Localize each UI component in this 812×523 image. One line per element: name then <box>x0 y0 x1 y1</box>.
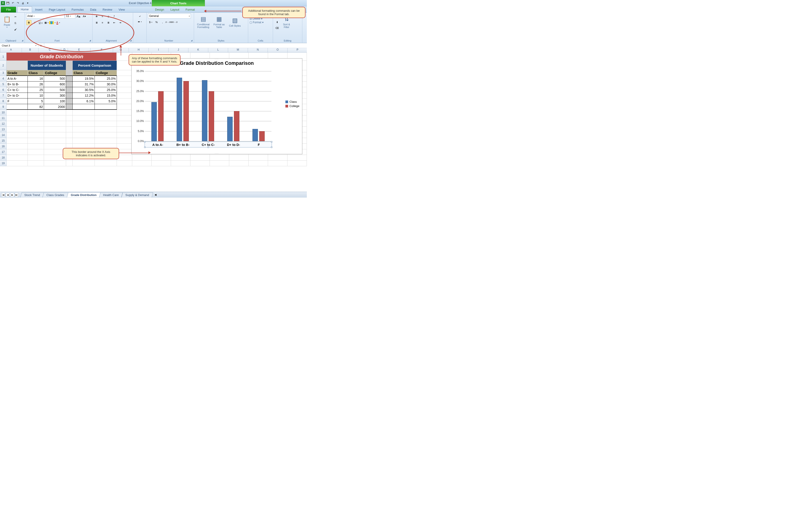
tab-review[interactable]: Review <box>99 7 115 13</box>
fill-color-button[interactable]: 🪣▾ <box>50 20 55 25</box>
cell[interactable]: Percent Comparison <box>73 61 117 70</box>
cell[interactable]: 25.0% <box>95 76 117 82</box>
row-header[interactable]: 7 <box>0 93 6 98</box>
cell[interactable] <box>66 138 73 144</box>
bar-class[interactable] <box>177 78 182 141</box>
cell[interactable] <box>249 155 268 161</box>
tab-page-layout[interactable]: Page Layout <box>45 7 68 13</box>
shrink-font-icon[interactable]: A▾ <box>82 14 87 19</box>
column-header[interactable]: E <box>68 48 91 52</box>
grow-font-icon[interactable]: A▴ <box>76 14 81 19</box>
italic-button[interactable]: I <box>32 20 37 25</box>
tab-nav-next-icon[interactable]: ▶ <box>10 193 14 197</box>
bar-class[interactable] <box>227 117 233 141</box>
column-header[interactable]: C <box>39 48 61 52</box>
cell[interactable]: 500 <box>44 76 66 82</box>
cell[interactable] <box>287 155 307 161</box>
chart-drag-handle-bottom[interactable]: ∙∙∙∙ <box>215 152 219 155</box>
cell[interactable] <box>132 161 152 166</box>
x-axis-category-label[interactable]: F <box>258 143 260 147</box>
tab-scroll-left-icon[interactable]: ◀ <box>154 193 159 197</box>
cell[interactable] <box>6 132 28 138</box>
tab-chart-layout[interactable]: Layout <box>167 7 182 13</box>
cell[interactable] <box>6 115 28 121</box>
cell[interactable] <box>44 110 66 115</box>
clipboard-launcher-icon[interactable]: ◢ <box>20 39 23 41</box>
cell[interactable] <box>190 155 210 161</box>
cell[interactable] <box>117 132 132 138</box>
format-painter-icon[interactable]: 🖌 <box>13 27 18 32</box>
qat-dropdown-icon[interactable]: ▾ <box>26 1 30 5</box>
cell[interactable] <box>6 110 28 115</box>
tab-chart-format[interactable]: Format <box>183 7 198 13</box>
row-header[interactable]: 8 <box>0 98 6 104</box>
cell[interactable] <box>95 127 117 132</box>
name-box[interactable]: Chart 3▾ <box>0 44 38 47</box>
align-left-icon[interactable]: ≣ <box>94 20 99 25</box>
column-header[interactable]: M <box>228 48 248 52</box>
sheet-tab[interactable]: Supply & Demand <box>121 193 153 197</box>
cell[interactable] <box>6 144 28 149</box>
cell[interactable] <box>152 155 171 161</box>
cell[interactable] <box>132 155 152 161</box>
cell[interactable] <box>6 121 28 127</box>
cell[interactable]: 600 <box>44 82 66 87</box>
cell[interactable]: 6.1% <box>73 98 95 104</box>
cell[interactable] <box>117 70 132 76</box>
cell[interactable] <box>95 132 117 138</box>
cell[interactable] <box>66 82 73 87</box>
cell[interactable] <box>117 127 132 132</box>
bar-college[interactable] <box>158 91 164 141</box>
cell[interactable] <box>73 121 95 127</box>
font-launcher-icon[interactable]: ◢ <box>88 39 91 41</box>
cell[interactable] <box>73 127 95 132</box>
cell[interactable] <box>66 70 73 76</box>
cell[interactable] <box>73 132 95 138</box>
cell[interactable] <box>117 76 132 82</box>
merge-center-icon[interactable]: ⬌▾ <box>135 19 145 24</box>
cell[interactable] <box>44 121 66 127</box>
cell[interactable] <box>6 104 28 110</box>
row-header[interactable]: 9 <box>0 104 6 110</box>
cell[interactable] <box>210 161 229 166</box>
cell[interactable]: College <box>95 70 117 76</box>
file-tab[interactable]: File <box>1 7 16 13</box>
font-color-button[interactable]: A▾ <box>56 20 61 25</box>
save-icon[interactable]: 💾 <box>6 1 10 5</box>
cell[interactable] <box>6 155 28 161</box>
sheet-tab[interactable]: Grade Distribution <box>67 193 101 197</box>
cell[interactable] <box>44 144 66 149</box>
fill-icon[interactable]: ⬇ <box>275 20 280 24</box>
cell[interactable] <box>117 93 132 98</box>
borders-button[interactable]: ▦▾ <box>44 20 49 25</box>
cell[interactable] <box>6 161 28 166</box>
cell[interactable] <box>117 138 132 144</box>
comma-icon[interactable]: , <box>160 20 165 24</box>
cell[interactable]: 12.2% <box>73 93 95 98</box>
cell[interactable] <box>117 82 132 87</box>
cell[interactable] <box>44 161 66 166</box>
cell[interactable]: B+ to B- <box>6 82 28 87</box>
column-header[interactable]: L <box>208 48 228 52</box>
align-right-icon[interactable]: ≣ <box>106 20 111 25</box>
bar-college[interactable] <box>184 81 189 141</box>
cell[interactable] <box>117 121 132 127</box>
cell[interactable] <box>229 155 249 161</box>
increase-indent-icon[interactable]: ⇥ <box>117 20 122 25</box>
increase-decimal-icon[interactable]: .0→.00 <box>166 20 171 24</box>
align-bottom-icon[interactable]: ⬙ <box>106 14 111 19</box>
redo-icon[interactable]: ↷ <box>16 1 20 5</box>
tab-formulas[interactable]: Formulas <box>68 7 87 13</box>
cell[interactable]: F <box>6 98 28 104</box>
row-header[interactable]: 4 <box>0 76 6 82</box>
bar-college[interactable] <box>259 131 265 141</box>
cell[interactable] <box>66 93 73 98</box>
bar-college[interactable] <box>234 111 239 141</box>
tab-nav-prev-icon[interactable]: ◀ <box>6 193 10 197</box>
tab-data[interactable]: Data <box>87 7 99 13</box>
cell[interactable] <box>66 161 73 166</box>
plot-area[interactable]: 0.0%5.0%10.0%15.0%20.0%25.0%30.0%35.0% <box>145 71 271 141</box>
cell[interactable] <box>66 98 73 104</box>
number-launcher-icon[interactable]: ◢ <box>190 39 192 41</box>
row-header[interactable]: 3 <box>0 70 6 76</box>
